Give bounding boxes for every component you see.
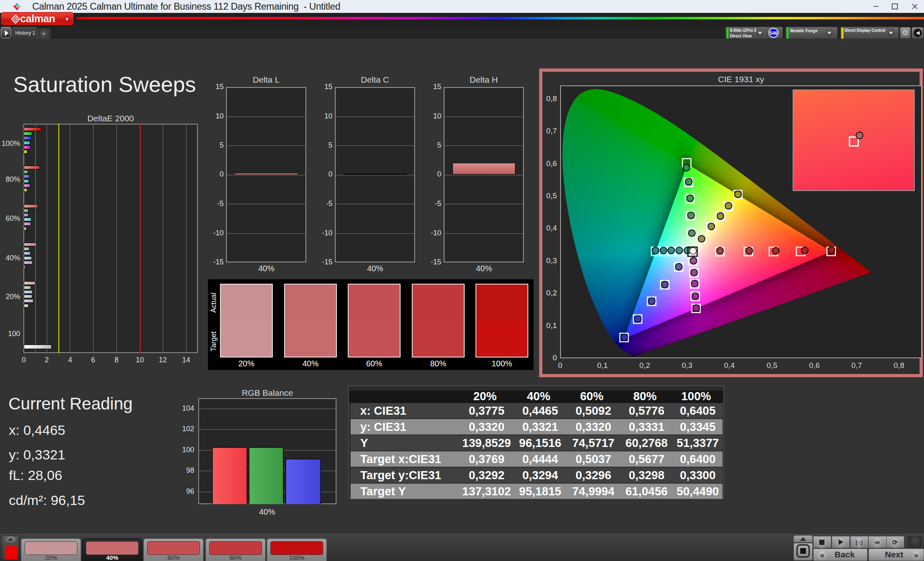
- svg-text:∞: ∞: [875, 538, 880, 546]
- svg-text:[··]: [··]: [855, 539, 862, 545]
- svg-text:⟳: ⟳: [892, 539, 898, 546]
